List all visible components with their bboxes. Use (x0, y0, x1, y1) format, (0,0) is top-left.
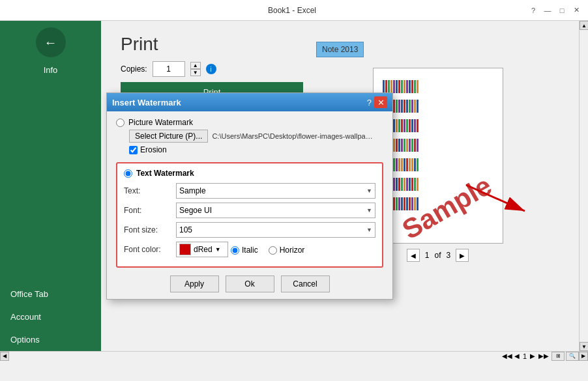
last-page-btn[interactable]: ▶▶ (538, 352, 548, 361)
dialog-help-btn[interactable]: ? (367, 98, 372, 107)
window-controls: ? — □ ✕ (527, 4, 583, 17)
font-color-value: dRed (194, 245, 213, 254)
font-dropdown-arrow: ▼ (366, 207, 372, 214)
file-path: C:\Users\MarsPC\Desktop\flower-images-wa… (212, 132, 375, 140)
help-button[interactable]: ? (527, 4, 540, 17)
color-swatch-red (179, 244, 191, 255)
bottom-scrollbar: ◀ ◀◀ ◀ 1 ▶ ▶▶ ⊞ 🔍 ▶ (0, 351, 588, 360)
font-size-dropdown-arrow: ▼ (366, 227, 372, 233)
first-page-btn[interactable]: ◀◀ (502, 352, 511, 361)
minimize-button[interactable]: — (541, 4, 554, 17)
select-picture-row: Select Picture (P)... C:\Users\MarsPC\De… (129, 130, 383, 143)
erosion-checkbox[interactable] (129, 146, 138, 154)
font-color-label: Font color: (124, 245, 176, 254)
hscroll-right-btn[interactable]: ▶ (579, 352, 588, 361)
italic-horizor-row: Italic Horizor (231, 246, 304, 255)
page-nav-bottom: ◀◀ ◀ 1 ▶ ▶▶ (498, 352, 551, 361)
insert-watermark-dialog: Insert Watermark ? ✕ Picture Watermark (106, 92, 393, 300)
sidebar: ← Info Office Tab Account Options (0, 21, 101, 351)
font-size-value: 105 (179, 225, 192, 234)
italic-label: Italic (242, 246, 258, 255)
sidebar-info-label: Info (44, 65, 58, 75)
next-page-btn-bottom[interactable]: ▶ (528, 352, 537, 361)
scroll-track (580, 30, 588, 342)
font-size-dropdown[interactable]: 105 ▼ (176, 222, 375, 238)
page-indicator: 1 (523, 352, 527, 360)
text-watermark-section: Text Watermark Text: Sample ▼ (116, 162, 383, 268)
bottom-icons: ⊞ 🔍 (551, 352, 579, 361)
horizor-option[interactable]: Horizor (269, 246, 305, 255)
layout-icon-btn[interactable]: ⊞ (551, 352, 565, 361)
erosion-label: Erosion (140, 145, 167, 154)
font-size-field-row: Font size: 105 ▼ (124, 222, 375, 238)
font-field-row: Font: Segoe UI ▼ (124, 203, 375, 218)
cancel-button[interactable]: Cancel (281, 275, 330, 292)
dialog-title: Insert Watermark (112, 98, 181, 107)
horizor-radio[interactable] (269, 246, 277, 255)
close-button[interactable]: ✕ (570, 4, 583, 17)
sidebar-nav: Office Tab Account Options (0, 283, 101, 351)
text-dropdown[interactable]: Sample ▼ (176, 183, 375, 199)
window-title: Book1 - Excel (57, 6, 527, 15)
dialog-title-buttons: ? ✕ (367, 96, 387, 108)
horizor-label: Horizor (280, 246, 305, 255)
picture-section: Select Picture (P)... C:\Users\MarsPC\De… (116, 127, 383, 157)
dialog-close-btn[interactable]: ✕ (374, 96, 387, 108)
text-watermark-label: Text Watermark (136, 169, 194, 178)
font-label: Font: (124, 206, 176, 215)
prev-page-btn-bottom[interactable]: ◀ (512, 352, 522, 361)
text-watermark-radio[interactable] (124, 169, 132, 178)
color-dropdown-arrow: ▼ (215, 246, 221, 253)
sidebar-item-account[interactable]: Account (0, 305, 101, 328)
picture-watermark-radio[interactable] (116, 119, 125, 127)
italic-option[interactable]: Italic (231, 246, 258, 255)
sidebar-item-options[interactable]: Options (0, 328, 101, 351)
picture-watermark-label: Picture Watermark (128, 118, 193, 127)
text-label: Text: (124, 186, 176, 195)
back-button[interactable]: ← (36, 27, 66, 57)
picture-watermark-section: Picture Watermark Select Picture (P)... … (116, 118, 383, 157)
erosion-row: Erosion (129, 145, 383, 154)
dialog-buttons: Apply Ok Cancel (116, 275, 383, 292)
picture-watermark-radio-label[interactable]: Picture Watermark (116, 118, 383, 127)
back-arrow-icon: ← (44, 35, 57, 50)
zoom-icon-btn[interactable]: 🔍 (566, 352, 579, 361)
scroll-up-btn[interactable]: ▲ (580, 21, 588, 30)
hscroll-track (9, 352, 498, 361)
font-color-row: Font color: dRed ▼ Italic (124, 242, 375, 257)
text-dropdown-arrow: ▼ (366, 188, 372, 194)
apply-button[interactable]: Apply (170, 275, 219, 292)
dialog-overlay: Insert Watermark ? ✕ Picture Watermark (101, 21, 579, 351)
ok-button[interactable]: Ok (226, 275, 274, 292)
main-area: ← Info Office Tab Account Options Print … (0, 21, 588, 351)
dialog-body: Picture Watermark Select Picture (P)... … (107, 111, 392, 299)
dialog-title-bar: Insert Watermark ? ✕ (107, 93, 392, 111)
select-picture-btn[interactable]: Select Picture (P)... (129, 130, 208, 143)
font-size-label: Font size: (124, 225, 176, 234)
title-bar: Book1 - Excel ? — □ ✕ (0, 0, 588, 21)
font-color-dropdown[interactable]: dRed ▼ (176, 242, 228, 257)
italic-radio[interactable] (231, 246, 239, 255)
text-field-row: Text: Sample ▼ (124, 183, 375, 199)
scroll-down-btn[interactable]: ▼ (580, 342, 588, 351)
maximize-button[interactable]: □ (555, 4, 568, 17)
font-dropdown[interactable]: Segoe UI ▼ (176, 203, 375, 218)
text-watermark-header: Text Watermark (124, 169, 375, 178)
sidebar-item-office-tab[interactable]: Office Tab (0, 283, 101, 305)
text-value: Sample (179, 186, 206, 195)
right-scrollbar: ▲ ▼ (579, 21, 588, 351)
hscroll-left-btn[interactable]: ◀ (0, 352, 9, 361)
font-value: Segoe UI (179, 206, 212, 215)
main-content: Print Copies: ▲ ▼ i Print (101, 21, 579, 351)
